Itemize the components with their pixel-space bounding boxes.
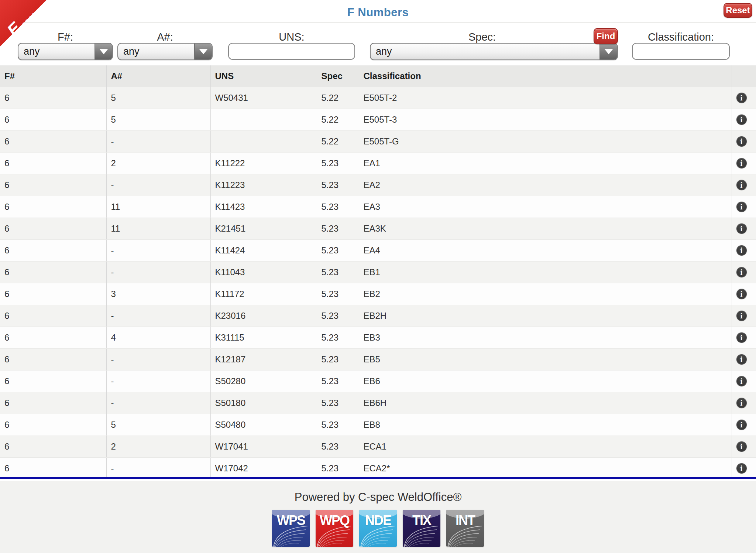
- info-icon[interactable]: i: [736, 289, 747, 299]
- cell-a-number: 5: [106, 109, 210, 130]
- product-logo-tile[interactable]: WPQ: [316, 510, 353, 547]
- cell-spec: 5.23: [317, 152, 359, 174]
- cell-spec: 5.22: [317, 87, 359, 109]
- cell-info: i: [732, 305, 756, 327]
- cell-spec: 5.23: [317, 196, 359, 218]
- cell-a-number: 4: [106, 327, 210, 348]
- cell-f-number: 6: [0, 218, 106, 239]
- cell-classification: E505T-3: [359, 109, 732, 130]
- cell-uns: K31115: [210, 327, 317, 348]
- cell-spec: 5.23: [317, 348, 359, 370]
- cell-info: i: [732, 174, 756, 196]
- info-icon[interactable]: i: [736, 93, 747, 103]
- cell-f-number: 6: [0, 348, 106, 370]
- info-icon[interactable]: i: [736, 202, 747, 212]
- cell-classification: EA1: [359, 152, 732, 174]
- cell-spec: 5.22: [317, 109, 359, 130]
- cell-spec: 5.23: [317, 436, 359, 457]
- cell-spec: 5.23: [317, 305, 359, 327]
- cell-uns: K11172: [210, 283, 317, 305]
- info-icon[interactable]: i: [736, 441, 747, 452]
- cell-spec: 5.23: [317, 457, 359, 479]
- info-icon[interactable]: i: [736, 180, 747, 190]
- cell-classification: ECA1: [359, 436, 732, 457]
- chevron-down-icon: [599, 44, 617, 59]
- info-icon[interactable]: i: [736, 332, 747, 343]
- spec-select[interactable]: any: [370, 43, 618, 60]
- cell-info: i: [732, 130, 756, 152]
- cell-classification: EA4: [359, 239, 732, 261]
- cell-uns: K21451: [210, 218, 317, 239]
- spec-label: Spec:: [370, 31, 594, 43]
- classification-input[interactable]: [632, 43, 730, 60]
- table-row: 6 2 W17041 5.23 ECA1 i: [0, 436, 756, 457]
- product-logo-tile[interactable]: TIX: [403, 510, 440, 547]
- info-icon[interactable]: i: [736, 223, 747, 234]
- cell-spec: 5.23: [317, 218, 359, 239]
- info-icon[interactable]: i: [736, 463, 747, 474]
- table-row: 6 - K11223 5.23 EA2 i: [0, 174, 756, 196]
- info-icon[interactable]: i: [736, 158, 747, 168]
- cell-a-number: -: [106, 261, 210, 283]
- chevron-down-icon: [194, 44, 212, 59]
- find-button[interactable]: Find: [594, 28, 618, 44]
- table-row: 6 - K12187 5.23 EB5 i: [0, 348, 756, 370]
- results-table-viewport[interactable]: F# A# UNS Spec Classification 6 5 W50431…: [0, 65, 756, 479]
- cell-f-number: 6: [0, 174, 106, 196]
- cell-uns: W17041: [210, 436, 317, 457]
- cell-f-number: 6: [0, 239, 106, 261]
- a-number-select[interactable]: any: [117, 43, 213, 60]
- cell-classification: EB6: [359, 370, 732, 392]
- cell-classification: EA3: [359, 196, 732, 218]
- spec-selected-value: any: [371, 46, 599, 57]
- info-icon[interactable]: i: [736, 354, 747, 365]
- cell-classification: ECA2*: [359, 457, 732, 479]
- column-header-a: A#: [106, 65, 210, 87]
- info-icon[interactable]: i: [736, 267, 747, 277]
- cell-f-number: 6: [0, 370, 106, 392]
- cell-info: i: [732, 239, 756, 261]
- f-number-selected-value: any: [18, 46, 94, 57]
- info-icon[interactable]: i: [736, 311, 747, 321]
- info-icon[interactable]: i: [736, 136, 747, 147]
- chevron-down-icon: [94, 44, 112, 59]
- cell-f-number: 6: [0, 196, 106, 218]
- cell-f-number: 6: [0, 305, 106, 327]
- info-icon[interactable]: i: [736, 376, 747, 386]
- table-row: 6 - K11424 5.23 EA4 i: [0, 239, 756, 261]
- filter-bar: F#: A#: UNS: Spec: Classification: any a…: [0, 24, 756, 65]
- info-icon[interactable]: i: [736, 115, 747, 125]
- product-logo-tile[interactable]: INT: [446, 510, 484, 547]
- product-logo-tile[interactable]: WPS: [272, 510, 310, 547]
- table-row: 6 3 K11172 5.23 EB2 i: [0, 283, 756, 305]
- product-logo-tile[interactable]: NDE: [359, 510, 397, 547]
- cell-uns: K11423: [210, 196, 317, 218]
- cell-info: i: [732, 218, 756, 239]
- info-icon[interactable]: i: [736, 420, 747, 430]
- column-header-info: [732, 65, 756, 87]
- info-icon[interactable]: i: [736, 398, 747, 408]
- cell-classification: EB2H: [359, 305, 732, 327]
- cell-f-number: 6: [0, 283, 106, 305]
- reset-button[interactable]: Reset: [724, 3, 752, 18]
- info-icon[interactable]: i: [736, 245, 747, 256]
- table-row: 6 5 W50431 5.22 E505T-2 i: [0, 87, 756, 109]
- cell-classification: EB3: [359, 327, 732, 348]
- cell-spec: 5.23: [317, 261, 359, 283]
- cell-spec: 5.23: [317, 174, 359, 196]
- cell-info: i: [732, 261, 756, 283]
- cell-f-number: 6: [0, 130, 106, 152]
- table-row: 6 4 K31115 5.23 EB3 i: [0, 327, 756, 348]
- cell-info: i: [732, 348, 756, 370]
- cell-info: i: [732, 414, 756, 436]
- table-row: 6 5 S50480 5.23 EB8 i: [0, 414, 756, 436]
- page: F Numbers Reset E-spec F#: A#: UNS: Spec…: [0, 0, 756, 553]
- cell-uns: [210, 109, 317, 130]
- a-number-selected-value: any: [118, 46, 194, 57]
- cell-info: i: [732, 436, 756, 457]
- product-logo-label: WPQ: [316, 513, 353, 528]
- f-number-select[interactable]: any: [18, 43, 113, 60]
- cell-a-number: -: [106, 457, 210, 479]
- a-number-label: A#:: [117, 31, 213, 43]
- uns-input[interactable]: [228, 43, 355, 60]
